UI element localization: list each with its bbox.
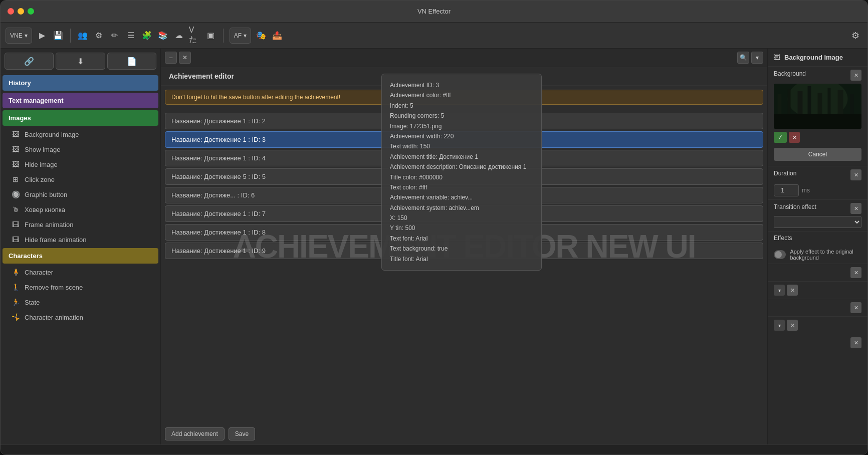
sidebar-top-link[interactable]: 🔗 bbox=[5, 53, 54, 70]
panel-icon[interactable]: ▣ bbox=[205, 30, 217, 42]
achievement-buttons: Add achievement Save bbox=[161, 423, 767, 444]
hide-frame-animation-label: Hide frame animation bbox=[25, 236, 87, 244]
detail-line-10: Text color: #fff bbox=[390, 182, 533, 192]
minimize-button[interactable] bbox=[18, 8, 24, 15]
af-chevron: ▾ bbox=[244, 32, 247, 39]
sidebar-item-graphic-button[interactable]: 🔘 Graphic button bbox=[1, 187, 160, 202]
sidebar-section-history[interactable]: History bbox=[3, 75, 158, 91]
history-label: History bbox=[9, 79, 31, 87]
layers-icon[interactable]: 📚 bbox=[157, 30, 169, 42]
graphic-button-icon: 🔘 bbox=[11, 190, 21, 198]
sidebar-section-images[interactable]: Images bbox=[3, 110, 158, 126]
duration-input[interactable] bbox=[774, 184, 799, 196]
text-management-label: Text management bbox=[9, 97, 64, 104]
sidebar-item-hide-image[interactable]: 🖼 Hide image bbox=[1, 157, 160, 172]
sliders-icon[interactable]: ⚙ bbox=[93, 30, 105, 42]
users-icon[interactable]: 👥 bbox=[77, 30, 89, 42]
sidebar-item-remove-from-scene[interactable]: 🚶 Remove from scene bbox=[1, 280, 160, 295]
extra-x-btn-1[interactable]: ✕ bbox=[850, 267, 861, 278]
text-icon[interactable]: Vた bbox=[189, 30, 201, 42]
vne-label: VNE bbox=[10, 32, 23, 39]
character-icon: 🧍 bbox=[11, 268, 21, 276]
sidebar-item-show-image[interactable]: 🖼 Show image bbox=[1, 142, 160, 157]
sidebar-item-background-image[interactable]: 🖼 Background image bbox=[1, 127, 160, 142]
separator-2 bbox=[223, 29, 224, 43]
search-ctrl-btn[interactable]: 🔍 bbox=[737, 52, 749, 64]
save-achievement-button[interactable]: Save bbox=[229, 427, 255, 440]
center-controls: – ✕ 🔍 ▾ bbox=[161, 49, 767, 67]
right-sidebar-title: Background image bbox=[784, 54, 843, 61]
sidebar-item-state[interactable]: 🏃 State bbox=[1, 295, 160, 310]
sidebar-item-character-animation[interactable]: 🤸 Character animation bbox=[1, 310, 160, 325]
background-reject-btn[interactable]: ✕ bbox=[789, 132, 800, 143]
transition-label: Transition effect bbox=[774, 203, 816, 210]
extra-x-btn-3[interactable]: ✕ bbox=[850, 302, 861, 313]
effects-toggle[interactable] bbox=[774, 250, 786, 259]
right-header-icon: 🖼 bbox=[774, 54, 780, 61]
hide-image-label: Hide image bbox=[25, 161, 58, 168]
character-label: Character bbox=[25, 269, 53, 276]
duration-x-btn[interactable]: ✕ bbox=[850, 169, 861, 180]
close-button[interactable] bbox=[8, 8, 14, 15]
minimize-ctrl-btn[interactable]: – bbox=[165, 52, 177, 64]
add-achievement-button[interactable]: Add achievement bbox=[165, 427, 225, 440]
export-icon[interactable]: 📤 bbox=[271, 30, 283, 42]
maximize-button[interactable] bbox=[28, 8, 34, 15]
detail-line-12: Achievement system: achiev...em bbox=[390, 203, 533, 213]
list-icon[interactable]: ☰ bbox=[125, 30, 137, 42]
extra-x-btn-5[interactable]: ✕ bbox=[850, 337, 861, 348]
cloud-icon[interactable]: ☁ bbox=[173, 30, 185, 42]
effects-toggle-knob bbox=[775, 251, 782, 258]
background-confirm-btn[interactable]: ✓ bbox=[774, 132, 787, 143]
frame-animation-label: Frame animation bbox=[25, 221, 74, 229]
detail-line-15: Text font: Arial bbox=[390, 234, 533, 244]
extra-x-btn-2[interactable]: ✕ bbox=[787, 285, 798, 296]
sidebar-section-characters[interactable]: Characters bbox=[3, 248, 158, 264]
duration-label: Duration bbox=[774, 170, 796, 177]
save-icon[interactable]: 💾 bbox=[52, 30, 64, 42]
state-icon: 🏃 bbox=[11, 298, 21, 306]
vne-chevron: ▾ bbox=[25, 32, 28, 39]
live2d-icon[interactable]: 🎭 bbox=[255, 30, 267, 42]
gear-icon[interactable]: ⚙ bbox=[848, 29, 862, 43]
show-image-label: Show image bbox=[25, 146, 61, 153]
detail-line-7: Achievement title: Достижение 1 bbox=[390, 152, 533, 162]
click-zone-label: Click zone bbox=[25, 176, 55, 183]
chevron-down-btn-1[interactable]: ▾ bbox=[774, 285, 785, 296]
center-area: – ✕ 🔍 ▾ Achievement editor Don't forget … bbox=[161, 49, 767, 444]
sidebar-item-hide-frame-animation[interactable]: 🎞 Hide frame animation bbox=[1, 232, 160, 247]
sidebar-item-character[interactable]: 🧍 Character bbox=[1, 265, 160, 280]
effects-toggle-container: Apply effect to the original background bbox=[774, 249, 861, 261]
sidebar-item-click-zone[interactable]: ⊞ Click zone bbox=[1, 172, 160, 187]
images-label: Images bbox=[9, 114, 31, 122]
sidebar-top-doc[interactable]: 📄 bbox=[107, 53, 156, 70]
detail-line-14: Y tin: 500 bbox=[390, 223, 533, 233]
sidebar-item-frame-animation[interactable]: 🎞 Frame animation bbox=[1, 217, 160, 232]
puzzle-icon[interactable]: 🧩 bbox=[141, 30, 153, 42]
show-image-icon: 🖼 bbox=[11, 145, 21, 153]
cancel-button[interactable]: Cancel bbox=[774, 148, 861, 161]
right-sidebar-header: 🖼 Background image bbox=[768, 49, 867, 67]
expand-ctrl-btn[interactable]: ▾ bbox=[751, 52, 763, 64]
effects-section: Effects Apply effect to the original bac… bbox=[768, 232, 867, 264]
detail-line-13: X: 150 bbox=[390, 213, 533, 223]
sidebar-section-text-management[interactable]: Text management bbox=[3, 93, 158, 108]
left-sidebar: 🔗 ⬇ 📄 History Text management Images 🖼 B… bbox=[1, 49, 161, 444]
transition-x-btn[interactable]: ✕ bbox=[850, 203, 861, 214]
effects-toggle-label: Apply effect to the original background bbox=[790, 249, 861, 261]
right-sidebar: 🖼 Background image Background ✕ bbox=[767, 49, 867, 444]
sidebar-top-import[interactable]: ⬇ bbox=[56, 53, 105, 70]
vne-dropdown[interactable]: VNE ▾ bbox=[6, 28, 32, 44]
pencil-icon[interactable]: ✏ bbox=[109, 30, 121, 42]
bottom-bar bbox=[1, 444, 867, 454]
play-button[interactable]: ▶ bbox=[36, 30, 48, 42]
svg-rect-10 bbox=[774, 114, 861, 129]
close-ctrl-btn[interactable]: ✕ bbox=[179, 52, 191, 64]
sidebar-item-hover-button[interactable]: 🖱 Ховер кнопка bbox=[1, 202, 160, 217]
background-section-x-btn[interactable]: ✕ bbox=[850, 70, 861, 81]
chevron-down-btn-2[interactable]: ▾ bbox=[774, 320, 785, 331]
extra-x-btn-4[interactable]: ✕ bbox=[787, 320, 798, 331]
duration-field-row: ms bbox=[774, 184, 861, 196]
transition-select[interactable] bbox=[774, 216, 861, 228]
af-dropdown[interactable]: AF ▾ bbox=[230, 28, 251, 44]
